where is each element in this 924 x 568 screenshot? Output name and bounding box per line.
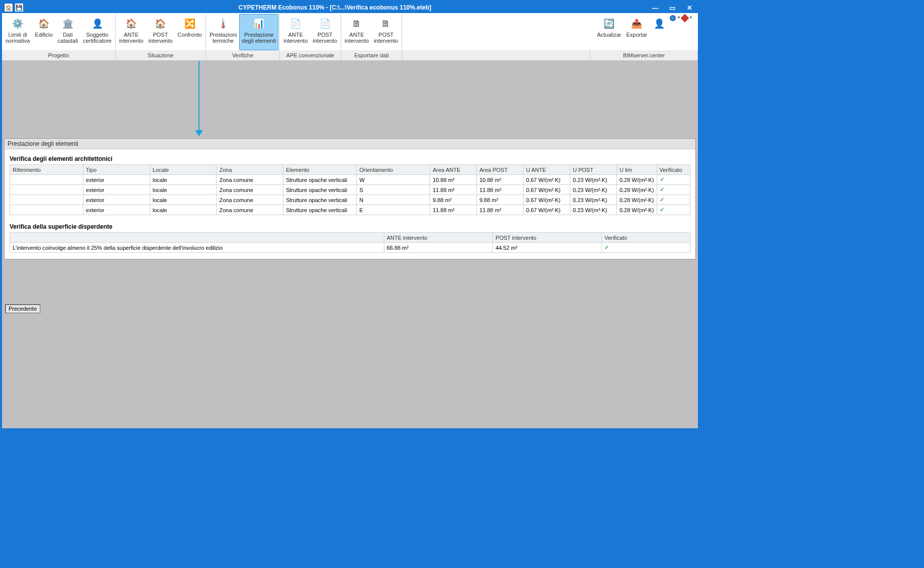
cell: locale [150,205,217,215]
cell [10,185,83,195]
ribbon-tab-verifiche: Verifiche [206,50,280,60]
column-header: Riferimento [10,165,83,175]
table-row: L'intervento coinvolge almeno il 25% del… [10,243,690,253]
post-intervento-ape-button[interactable]: 📄POSTintervento [311,14,340,50]
cell: Zona comune [217,205,283,215]
exportar-button[interactable]: 📤Exportar [624,14,650,50]
ribbon-right-icons: ▾▾ [670,14,698,50]
cell: 11.88 m² [430,205,477,215]
ribbon-label: termiche [213,38,234,44]
edificio-icon: 🏠 [37,17,51,31]
dropdown-icon[interactable]: ▾ [690,15,692,21]
section1-title: Verifica degli elementi architettonici [10,155,690,162]
ante-intervento-exp-button[interactable]: 🗎ANTEintervento [342,14,371,50]
column-header: U ANTE [524,165,570,175]
ante-intervento-sit-button[interactable]: 🏠ANTEintervento [117,14,146,50]
soggetto-certificatore-icon: 👤 [90,17,105,31]
red-toggle-icon[interactable] [681,14,689,23]
ribbon-label: Prestazioni [210,32,237,38]
ribbon-label: catastali [58,38,78,44]
callout-arrow-line [198,61,199,131]
save-icon[interactable]: 💾 [15,4,23,12]
dati-catastali-button[interactable]: 🏛️Daticatastali [55,14,80,50]
ribbon-label: ANTE [288,32,303,38]
user-status-button[interactable]: 👤 [650,14,669,50]
ribbon-label: Confronto [178,32,202,38]
surface-post: 44.52 m² [493,243,602,253]
ribbon-label: intervento [313,38,337,44]
ante-intervento-ape-button[interactable]: 📄ANTEintervento [281,14,310,50]
cell: 0.67 W/(m²·K) [524,175,570,185]
cell: Strutture opache verticali [283,185,357,195]
column-header: Tipo [83,165,150,175]
ante-intervento-exp-icon: 🗎 [350,17,364,31]
panel-header: Prestazione degli elementi [5,139,695,149]
ribbon-label: POST [153,32,168,38]
ribbon-tab-filler [402,50,590,60]
limiti-normativa-button[interactable]: ⚙️Limiti dinormativa [3,14,32,50]
ribbon-label: Soggetto [86,32,109,38]
globe-icon[interactable] [670,15,676,21]
prestazione-elementi-icon: 📊 [252,17,266,31]
surface-verified: ✓ [601,243,690,253]
column-header: POST intervento [493,233,602,243]
actualizar-button[interactable]: 🔄Actualizar [594,14,624,50]
cell: Zona comune [217,175,283,185]
ribbon-label: ANTE [349,32,364,38]
column-header: Locale [150,165,217,175]
ribbon-label: ANTE [124,32,138,38]
soggetto-certificatore-button[interactable]: 👤Soggettocertificatore [80,14,114,50]
cell [10,195,83,205]
prestazione-elementi-button[interactable]: 📊Prestazionedegli elementi [239,14,278,50]
edificio-button[interactable]: 🏠Edificio [32,14,55,50]
limiti-normativa-icon: ⚙️ [11,17,25,31]
cell: 11.88 m² [430,185,477,195]
post-intervento-sit-button[interactable]: 🏠POSTintervento [146,14,175,50]
cell: 0.23 W/(m²·K) [570,195,617,205]
maximize-button[interactable]: ▭ [664,2,681,13]
cell: 0.67 W/(m²·K) [524,185,570,195]
elements-table: RiferimentoTipoLocaleZonaElementoOrienta… [10,164,690,215]
cell: 11.88 m² [477,205,524,215]
surface-desc: L'intervento coinvolge almeno il 25% del… [10,243,384,253]
table-row: exteriorlocaleZona comuneStrutture opach… [10,185,690,195]
ribbon-label: Exportar [626,32,647,38]
ribbon: ⚙️Limiti dinormativa🏠Edificio🏛️Daticatas… [2,13,698,61]
ribbon-label: Edificio [35,32,52,38]
ribbon-label: certificatore [83,38,112,44]
surface-table: ANTE interventoPOST interventoVerificato… [10,232,690,253]
cell: exterior [83,195,150,205]
ribbon-label: intervento [148,38,172,44]
ribbon-label: intervento [345,38,369,44]
post-intervento-exp-button[interactable]: 🗎POSTintervento [371,14,400,50]
cell: 0.23 W/(m²·K) [570,205,617,215]
user-icon: 👤 [652,17,666,31]
ribbon-label: Actualizar [597,32,621,38]
exportar-icon: 📤 [630,17,644,31]
cell: ✓ [657,195,690,205]
cell: Strutture opache verticali [283,195,357,205]
cell: 10.88 m² [477,175,524,185]
ribbon-label: POST [378,32,393,38]
section2-title: Verifica della superficie disperdente [10,223,690,230]
prestazioni-termiche-button[interactable]: 🌡️Prestazionitermiche [207,14,239,50]
ribbon-group-situazione: 🏠ANTEintervento🏠POSTintervento🔀Confronto [116,14,206,50]
post-intervento-ape-icon: 📄 [318,17,332,31]
cell: 0.28 W/(m²·K) [617,185,657,195]
cell: 10.88 m² [430,175,477,185]
confronto-button[interactable]: 🔀Confronto [175,14,204,50]
cell: locale [150,195,217,205]
column-header: Orientamento [357,165,430,175]
column-header: Zona [217,165,283,175]
close-button[interactable]: ✕ [681,2,698,13]
cell: E [357,205,430,215]
table-row: exteriorlocaleZona comuneStrutture opach… [10,175,690,185]
dropdown-icon[interactable]: ▾ [678,15,680,21]
cell [10,205,83,215]
actualizar-icon: 🔄 [602,17,616,31]
precedente-button[interactable]: Precedente [5,304,40,313]
cell: 0.28 W/(m²·K) [617,175,657,185]
minimize-button[interactable]: — [647,2,664,13]
cell: ✓ [657,185,690,195]
cell: locale [150,175,217,185]
